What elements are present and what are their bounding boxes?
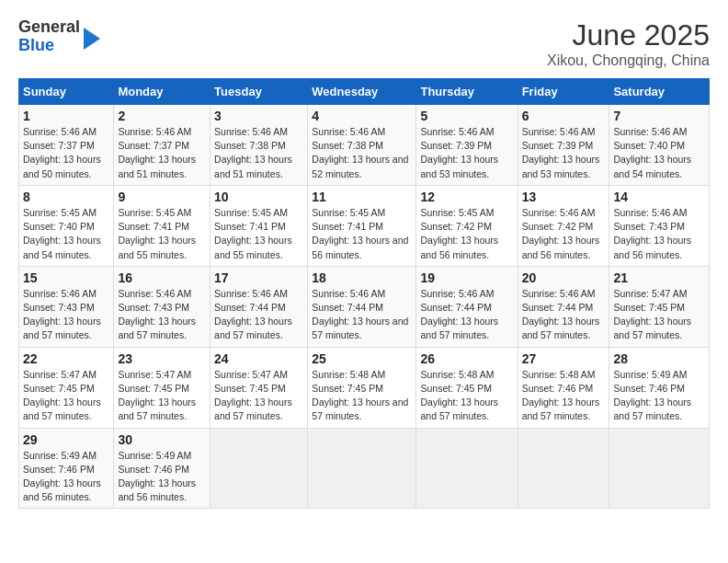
day-number: 29 (23, 432, 109, 447)
calendar-day-cell: 11Sunrise: 5:45 AMSunset: 7:41 PMDayligh… (308, 185, 416, 266)
day-info: Sunrise: 5:46 AMSunset: 7:37 PMDaylight:… (23, 125, 109, 181)
day-number: 14 (613, 190, 705, 204)
day-info: Sunrise: 5:46 AMSunset: 7:44 PMDaylight:… (214, 287, 303, 343)
calendar-day-cell: 21Sunrise: 5:47 AMSunset: 7:45 PMDayligh… (609, 266, 710, 347)
day-info: Sunrise: 5:46 AMSunset: 7:38 PMDaylight:… (312, 125, 412, 181)
day-info: Sunrise: 5:46 AMSunset: 7:44 PMDaylight:… (522, 287, 606, 343)
calendar-day-cell: 28Sunrise: 5:49 AMSunset: 7:46 PMDayligh… (609, 347, 710, 428)
calendar-header: SundayMondayTuesdayWednesdayThursdayFrid… (19, 79, 710, 105)
day-number: 1 (23, 109, 109, 123)
day-number: 10 (214, 190, 303, 204)
day-info: Sunrise: 5:46 AMSunset: 7:44 PMDaylight:… (420, 287, 513, 343)
day-number: 30 (118, 432, 206, 447)
calendar-day-cell: 7Sunrise: 5:46 AMSunset: 7:40 PMDaylight… (609, 105, 710, 186)
calendar-day-cell: 15Sunrise: 5:46 AMSunset: 7:43 PMDayligh… (19, 266, 114, 347)
calendar-day-cell: 13Sunrise: 5:46 AMSunset: 7:42 PMDayligh… (518, 185, 609, 266)
day-number: 2 (118, 109, 206, 123)
day-info: Sunrise: 5:46 AMSunset: 7:40 PMDaylight:… (613, 125, 705, 181)
weekday-header-friday: Friday (518, 79, 609, 105)
day-info: Sunrise: 5:49 AMSunset: 7:46 PMDaylight:… (613, 368, 705, 424)
day-number: 4 (312, 109, 412, 123)
day-info: Sunrise: 5:48 AMSunset: 7:45 PMDaylight:… (312, 368, 412, 424)
calendar-day-cell: 9Sunrise: 5:45 AMSunset: 7:41 PMDaylight… (114, 185, 210, 266)
day-info: Sunrise: 5:46 AMSunset: 7:43 PMDaylight:… (118, 287, 206, 343)
day-info: Sunrise: 5:47 AMSunset: 7:45 PMDaylight:… (118, 368, 206, 424)
weekday-header-tuesday: Tuesday (210, 79, 308, 105)
logo-text: General Blue (18, 18, 80, 55)
weekday-header-monday: Monday (114, 79, 210, 105)
calendar-day-cell: 30Sunrise: 5:49 AMSunset: 7:46 PMDayligh… (114, 428, 210, 509)
day-info: Sunrise: 5:48 AMSunset: 7:45 PMDaylight:… (420, 368, 513, 424)
calendar-day-cell: 25Sunrise: 5:48 AMSunset: 7:45 PMDayligh… (308, 347, 416, 428)
calendar-day-cell: 20Sunrise: 5:46 AMSunset: 7:44 PMDayligh… (518, 266, 609, 347)
calendar-week-row: 29Sunrise: 5:49 AMSunset: 7:46 PMDayligh… (19, 428, 710, 509)
day-info: Sunrise: 5:47 AMSunset: 7:45 PMDaylight:… (23, 368, 109, 424)
calendar-day-cell: 26Sunrise: 5:48 AMSunset: 7:45 PMDayligh… (416, 347, 518, 428)
calendar-title: June 2025 (547, 18, 710, 52)
calendar-day-cell: 5Sunrise: 5:46 AMSunset: 7:39 PMDaylight… (416, 105, 518, 186)
calendar-day-cell: 10Sunrise: 5:45 AMSunset: 7:41 PMDayligh… (210, 185, 308, 266)
day-info: Sunrise: 5:46 AMSunset: 7:43 PMDaylight:… (613, 206, 705, 262)
day-number: 13 (522, 190, 606, 204)
weekday-header-wednesday: Wednesday (308, 79, 416, 105)
calendar-table: SundayMondayTuesdayWednesdayThursdayFrid… (18, 78, 710, 509)
day-info: Sunrise: 5:45 AMSunset: 7:41 PMDaylight:… (214, 206, 303, 262)
day-info: Sunrise: 5:49 AMSunset: 7:46 PMDaylight:… (23, 449, 109, 505)
day-number: 19 (420, 270, 513, 285)
day-number: 23 (118, 351, 206, 366)
page-header: General Blue June 2025 Xikou, Chongqing,… (18, 18, 710, 69)
day-number: 16 (118, 270, 206, 285)
day-number: 18 (312, 270, 412, 285)
weekday-header-thursday: Thursday (416, 79, 518, 105)
day-number: 7 (613, 109, 705, 123)
day-number: 12 (420, 190, 513, 204)
calendar-day-cell (210, 428, 308, 509)
day-info: Sunrise: 5:46 AMSunset: 7:44 PMDaylight:… (312, 287, 412, 343)
calendar-body: 1Sunrise: 5:46 AMSunset: 7:37 PMDaylight… (19, 105, 710, 509)
day-info: Sunrise: 5:48 AMSunset: 7:46 PMDaylight:… (522, 368, 606, 424)
day-number: 17 (214, 270, 303, 285)
day-number: 9 (118, 190, 206, 204)
day-number: 20 (522, 270, 606, 285)
day-number: 5 (420, 109, 513, 123)
day-info: Sunrise: 5:47 AMSunset: 7:45 PMDaylight:… (214, 368, 303, 424)
calendar-day-cell: 4Sunrise: 5:46 AMSunset: 7:38 PMDaylight… (308, 105, 416, 186)
calendar-week-row: 8Sunrise: 5:45 AMSunset: 7:40 PMDaylight… (19, 185, 710, 266)
day-info: Sunrise: 5:49 AMSunset: 7:46 PMDaylight:… (118, 449, 206, 505)
day-number: 15 (23, 270, 109, 285)
calendar-day-cell: 1Sunrise: 5:46 AMSunset: 7:37 PMDaylight… (19, 105, 114, 186)
calendar-week-row: 15Sunrise: 5:46 AMSunset: 7:43 PMDayligh… (19, 266, 710, 347)
logo: General Blue (18, 18, 100, 55)
weekday-header-sunday: Sunday (19, 79, 114, 105)
day-number: 3 (214, 109, 303, 123)
day-info: Sunrise: 5:45 AMSunset: 7:42 PMDaylight:… (420, 206, 513, 262)
day-info: Sunrise: 5:46 AMSunset: 7:39 PMDaylight:… (522, 125, 606, 181)
calendar-subtitle: Xikou, Chongqing, China (547, 52, 710, 69)
day-number: 27 (522, 351, 606, 366)
calendar-day-cell (416, 428, 518, 509)
day-number: 8 (23, 190, 109, 204)
calendar-day-cell: 27Sunrise: 5:48 AMSunset: 7:46 PMDayligh… (518, 347, 609, 428)
calendar-day-cell (609, 428, 710, 509)
calendar-day-cell: 23Sunrise: 5:47 AMSunset: 7:45 PMDayligh… (114, 347, 210, 428)
day-info: Sunrise: 5:47 AMSunset: 7:45 PMDaylight:… (613, 287, 705, 343)
day-number: 11 (312, 190, 412, 204)
title-block: June 2025 Xikou, Chongqing, China (547, 18, 710, 69)
calendar-day-cell: 2Sunrise: 5:46 AMSunset: 7:37 PMDaylight… (114, 105, 210, 186)
day-info: Sunrise: 5:46 AMSunset: 7:43 PMDaylight:… (23, 287, 109, 343)
day-info: Sunrise: 5:45 AMSunset: 7:40 PMDaylight:… (23, 206, 109, 262)
weekday-header-row: SundayMondayTuesdayWednesdayThursdayFrid… (19, 79, 710, 105)
calendar-week-row: 1Sunrise: 5:46 AMSunset: 7:37 PMDaylight… (19, 105, 710, 186)
calendar-day-cell: 12Sunrise: 5:45 AMSunset: 7:42 PMDayligh… (416, 185, 518, 266)
calendar-day-cell: 24Sunrise: 5:47 AMSunset: 7:45 PMDayligh… (210, 347, 308, 428)
logo-general: General (18, 18, 80, 37)
day-number: 24 (214, 351, 303, 366)
day-info: Sunrise: 5:46 AMSunset: 7:39 PMDaylight:… (420, 125, 513, 181)
logo-arrow-icon (84, 28, 100, 50)
calendar-week-row: 22Sunrise: 5:47 AMSunset: 7:45 PMDayligh… (19, 347, 710, 428)
calendar-day-cell: 17Sunrise: 5:46 AMSunset: 7:44 PMDayligh… (210, 266, 308, 347)
calendar-day-cell: 22Sunrise: 5:47 AMSunset: 7:45 PMDayligh… (19, 347, 114, 428)
calendar-day-cell: 16Sunrise: 5:46 AMSunset: 7:43 PMDayligh… (114, 266, 210, 347)
day-info: Sunrise: 5:45 AMSunset: 7:41 PMDaylight:… (312, 206, 412, 262)
day-number: 21 (613, 270, 705, 285)
